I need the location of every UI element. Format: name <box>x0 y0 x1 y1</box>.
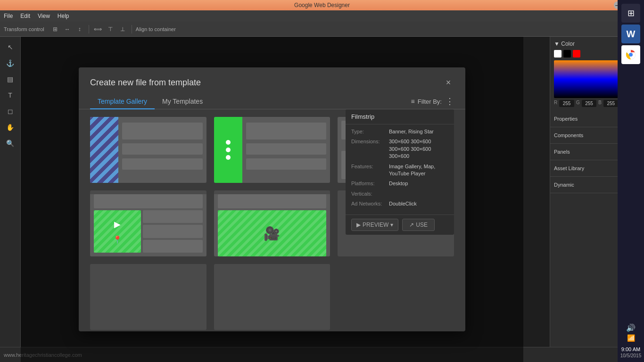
template-grid: ▶ 📍 <box>79 109 465 331</box>
system-tray: 🔊 📶 9:00 AM 10/5/2015 <box>618 320 644 362</box>
toolbar-btn-1[interactable]: ⊞ <box>50 24 60 34</box>
svg-point-1 <box>629 53 633 57</box>
template-card-bottom-3[interactable] <box>214 264 330 330</box>
info-row-dimensions: Dimensions: 300×600 300×600300×600 300×6… <box>351 138 448 160</box>
template-card-filmstrip-2[interactable]: 🎥 <box>214 190 330 256</box>
toolbar-label: Transform control <box>4 26 44 32</box>
menu-edit[interactable]: Edit <box>20 13 30 19</box>
tab-template-gallery[interactable]: Template Gallery <box>90 94 155 109</box>
filter-area: ≡ Filter By: ⋮ <box>411 96 454 107</box>
template-card-bottom-2[interactable] <box>90 264 206 330</box>
start-button[interactable]: ⊞ <box>621 4 640 23</box>
menu-help[interactable]: Help <box>58 13 69 19</box>
b-label: B <box>598 100 602 107</box>
preview-dropdown-icon: ▾ <box>390 222 393 228</box>
system-date: 10/5/2015 <box>620 353 642 358</box>
template-card-2[interactable] <box>214 117 330 183</box>
sidebar-search-icon[interactable]: 🔍 <box>4 137 17 150</box>
toolbar-btn-5[interactable]: ⊤ <box>105 24 116 34</box>
left-sidebar: ↖ ⚓ ▤ T ◻ ✋ 🔍 <box>0 37 21 362</box>
more-options-button[interactable]: ⋮ <box>446 96 454 107</box>
system-time: 9:00 AM <box>621 346 640 352</box>
swatch-red[interactable] <box>573 50 580 58</box>
sidebar-hand-icon[interactable]: ✋ <box>4 121 17 134</box>
separator-1 <box>89 25 89 33</box>
template-card-filmstrip-1[interactable]: ▶ 📍 <box>90 190 206 256</box>
word-icon[interactable]: W <box>621 25 640 43</box>
dialog-tabs: Template Gallery My Templates ≡ Filter B… <box>79 88 465 109</box>
menu-view[interactable]: View <box>38 13 50 19</box>
sidebar-text-icon[interactable]: T <box>4 89 17 102</box>
sidebar-shape-icon[interactable]: ◻ <box>4 105 17 118</box>
toolbar-btn-6[interactable]: ⊥ <box>117 24 128 34</box>
sidebar-anchor-icon[interactable]: ⚓ <box>4 57 17 70</box>
g-value: 255 <box>582 100 597 107</box>
dialog-header: Create new file from template × <box>79 67 465 88</box>
swatch-white[interactable] <box>554 50 561 58</box>
info-table: Type: Banner, Rising Star Dimensions: 30… <box>346 124 454 214</box>
info-row-features: Features: Image Gallery, Map, YouTube Pl… <box>351 163 448 178</box>
b-value: 255 <box>603 100 619 107</box>
sidebar-cursor-icon[interactable]: ↖ <box>4 41 17 54</box>
toolbar: Transform control ⊞ ↔ ↕ ⟺ ⊤ ⊥ Align to c… <box>0 22 644 37</box>
info-actions: ▶ PREVIEW ▾ ↗ USE <box>346 214 454 235</box>
app-title: Google Web Designer <box>294 2 350 8</box>
separator-2 <box>132 25 132 33</box>
dialog-title: Create new file from template <box>90 78 201 88</box>
r-value: 255 <box>559 100 574 107</box>
filter-button[interactable]: ≡ Filter By: <box>411 98 442 105</box>
toolbar-btn-4[interactable]: ⟺ <box>93 24 103 34</box>
sidebar-layers-icon[interactable]: ▤ <box>4 73 17 86</box>
preview-button[interactable]: ▶ PREVIEW ▾ <box>351 219 398 231</box>
title-bar: Google Web Designer ─ □ × <box>0 0 644 10</box>
tab-my-templates[interactable]: My Templates <box>155 94 210 109</box>
main-layout: ↖ ⚓ ▤ T ◻ ✋ 🔍 Create new file from templ… <box>0 37 644 362</box>
template-info-card: Filmstrip Type: Banner, Rising Star Dime… <box>346 109 454 235</box>
create-template-dialog: Create new file from template × Template… <box>79 67 465 331</box>
info-row-type: Type: Banner, Rising Star <box>351 128 448 135</box>
windows-taskbar: ⊞ W 🔊 📶 9:00 AM 10/5/2015 <box>618 0 644 362</box>
dialog-close-button[interactable]: × <box>443 77 454 88</box>
use-button[interactable]: ↗ USE <box>402 219 435 231</box>
chrome-icon[interactable] <box>621 45 640 64</box>
toolbar-btn-2[interactable]: ↔ <box>62 24 73 34</box>
align-label: Align to container <box>136 26 176 32</box>
g-label: G <box>576 100 580 107</box>
signal-icon: 📶 <box>627 334 635 342</box>
menu-file[interactable]: File <box>4 13 13 19</box>
use-icon: ↗ <box>409 222 414 228</box>
r-label: R <box>554 100 557 107</box>
canvas-area: Create new file from template × Template… <box>21 37 550 362</box>
info-row-adnetworks: Ad Networks: DoubleClick <box>351 200 448 207</box>
template-card-1[interactable] <box>90 117 206 183</box>
menu-bar: File Edit View Help <box>0 10 644 22</box>
preview-icon: ▶ <box>356 222 361 228</box>
info-row-verticals: Verticals: <box>351 190 448 197</box>
filter-icon: ≡ <box>411 98 415 105</box>
info-card-name: Filmstrip <box>346 109 454 124</box>
speaker-icon[interactable]: 🔊 <box>626 323 636 332</box>
info-row-platforms: Platforms: Desktop <box>351 180 448 187</box>
dialog-overlay: Create new file from template × Template… <box>21 37 523 362</box>
toolbar-btn-3[interactable]: ↕ <box>74 24 85 34</box>
swatch-black[interactable] <box>563 50 571 58</box>
